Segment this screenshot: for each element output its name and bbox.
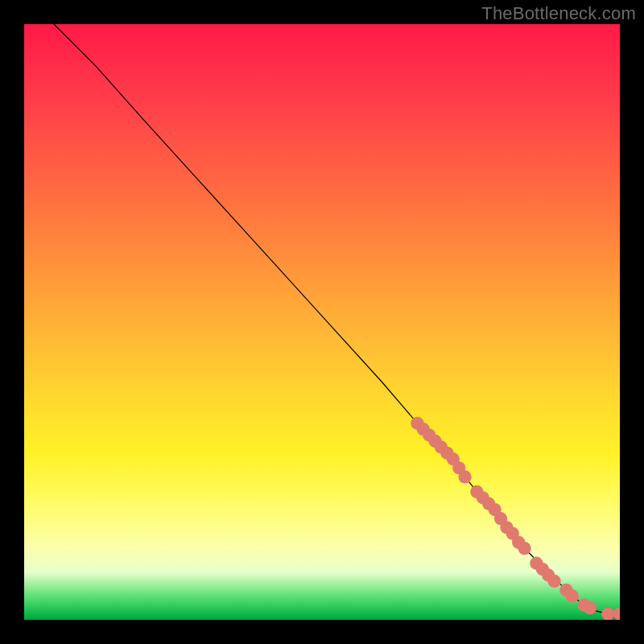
data-point	[613, 607, 620, 620]
data-point	[518, 542, 530, 555]
data-point	[458, 470, 471, 483]
watermark-label: TheBottleneck.com	[481, 3, 636, 24]
data-point	[601, 607, 614, 620]
data-point	[547, 575, 560, 588]
plot-svg	[24, 24, 620, 620]
chart-frame: TheBottleneck.com	[0, 0, 644, 644]
data-point	[566, 589, 579, 602]
curve-line	[54, 24, 620, 614]
highlighted-points-group	[411, 417, 620, 620]
data-point	[584, 601, 597, 614]
